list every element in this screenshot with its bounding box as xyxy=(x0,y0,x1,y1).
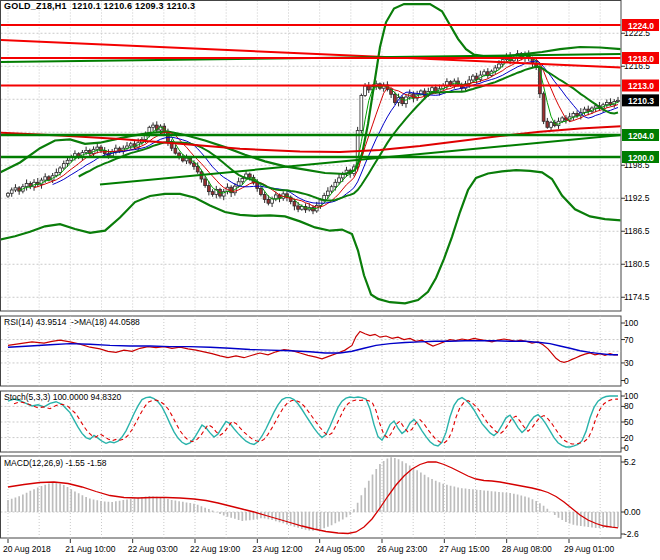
candle xyxy=(546,121,549,127)
time-axis-label: 22 Aug 19:00 xyxy=(190,544,240,554)
time-axis-label: 27 Aug 15:00 xyxy=(439,544,489,554)
stoch-axis-label: 80 xyxy=(624,401,634,411)
candle xyxy=(196,166,199,172)
candle xyxy=(550,122,553,127)
macd-panel[interactable] xyxy=(1,456,622,538)
candle xyxy=(364,86,367,95)
mt4-chart-window: { "chart_data": { "type": "candlestick",… xyxy=(0,0,660,560)
candle xyxy=(338,178,341,182)
candle xyxy=(617,100,620,101)
candle xyxy=(256,183,259,189)
time-axis-label: 29 Aug 01:00 xyxy=(564,544,614,554)
rsi-axis-label: 0 xyxy=(624,376,629,386)
macd-axis-label: -2.6 xyxy=(624,529,639,539)
candle xyxy=(297,206,300,209)
time-axis-label: 24 Aug 05:00 xyxy=(315,544,365,554)
candle xyxy=(472,76,475,80)
candle xyxy=(204,179,207,186)
candle xyxy=(576,114,579,116)
candle xyxy=(7,193,10,196)
candle xyxy=(44,177,47,180)
candle xyxy=(330,187,333,191)
macd-axis-label: 0.00 xyxy=(624,507,641,517)
candle xyxy=(193,163,196,166)
candle xyxy=(207,186,210,192)
price-axis-label: 1180.5 xyxy=(624,259,650,269)
candle xyxy=(561,118,564,121)
time-axis-label: 20 Aug 2018 xyxy=(3,544,51,554)
candle xyxy=(542,94,545,122)
candle xyxy=(572,114,575,117)
rsi-axis-label: 30 xyxy=(624,358,634,368)
candle xyxy=(96,147,99,149)
candle xyxy=(85,150,88,152)
time-axis-label: 26 Aug 23:00 xyxy=(377,544,427,554)
rsi-axis-label: 70 xyxy=(624,335,634,345)
candle xyxy=(334,182,337,186)
candle xyxy=(263,194,266,199)
price-axis-label: 1174.5 xyxy=(624,292,650,302)
candle xyxy=(271,199,274,203)
candle xyxy=(62,164,65,168)
candle xyxy=(59,168,62,172)
time-axis-label: 23 Aug 12:00 xyxy=(252,544,302,554)
candle xyxy=(293,202,296,206)
candle xyxy=(498,64,501,68)
level-badge-1213.0-text: 1213.0 xyxy=(628,81,654,91)
level-badge-1218.0-text: 1218.0 xyxy=(628,54,654,64)
macd-axis-label: 5.2 xyxy=(624,457,636,467)
time-axis[interactable]: 20 Aug 201821 Aug 10:0022 Aug 03:0022 Au… xyxy=(3,539,614,554)
candle xyxy=(583,109,586,112)
candle xyxy=(393,94,396,102)
candle xyxy=(267,199,270,203)
price-axis-label: 1186.5 xyxy=(624,226,650,236)
candle xyxy=(174,148,177,153)
candle xyxy=(248,174,251,177)
rsi-axis-label: 100 xyxy=(624,318,638,328)
level-badge-1200.0-text: 1200.0 xyxy=(628,153,654,163)
candle xyxy=(185,158,188,161)
candle xyxy=(274,195,277,199)
level-badge-1224.0-text: 1224.0 xyxy=(628,21,654,31)
stoch-axis-label: 50 xyxy=(624,417,634,427)
candle xyxy=(25,183,28,186)
candle xyxy=(483,72,486,75)
candle xyxy=(14,188,17,190)
level-badge-1204.0-text: 1204.0 xyxy=(628,131,654,141)
price-axis-label: 1192.5 xyxy=(624,193,650,203)
stoch-axis-label: 0 xyxy=(624,443,629,453)
stoch-axis-label: 20 xyxy=(624,433,634,443)
candle xyxy=(360,95,363,130)
trading-chart-svg: 1222.51216.51198.51192.51186.51180.51174… xyxy=(0,0,660,560)
price-axis[interactable]: 1222.51216.51198.51192.51186.51180.51174… xyxy=(621,19,659,539)
candle xyxy=(367,86,370,90)
candle xyxy=(152,125,155,127)
current-price-badge-text: 1210.3 xyxy=(628,96,654,106)
candle xyxy=(326,191,329,195)
candle xyxy=(241,178,244,181)
stoch-axis-label: 100 xyxy=(624,391,638,401)
candle xyxy=(211,192,214,195)
time-axis-label: 28 Aug 08:00 xyxy=(502,544,552,554)
time-axis-label: 22 Aug 03:00 xyxy=(128,544,178,554)
candle xyxy=(129,144,132,146)
candle xyxy=(587,109,590,111)
candle xyxy=(10,190,13,193)
candle xyxy=(260,188,263,194)
time-axis-label: 21 Aug 10:00 xyxy=(65,544,115,554)
candle xyxy=(605,103,608,105)
candle xyxy=(66,160,69,163)
